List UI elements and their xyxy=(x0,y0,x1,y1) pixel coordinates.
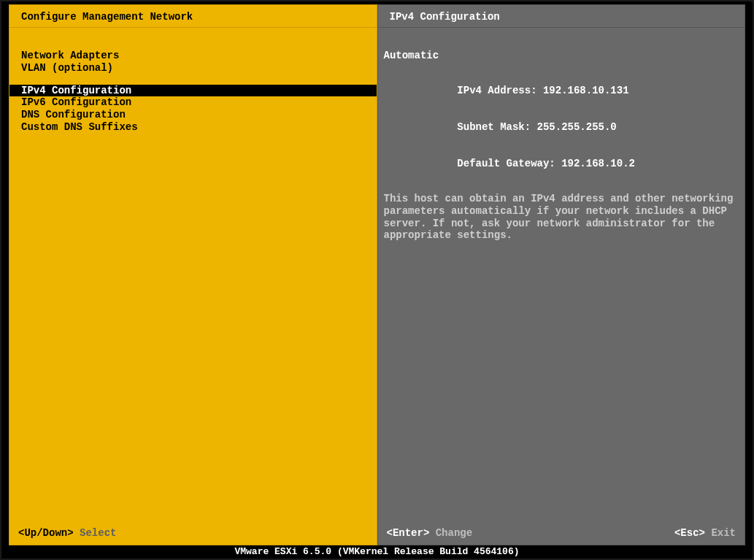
subnet-mask-value: 255.255.255.0 xyxy=(537,121,617,133)
hint-updown: <Up/Down> Select xyxy=(18,527,116,539)
description-text: This host can obtain an IPv4 address and… xyxy=(384,193,735,242)
hint-enter-label: Change xyxy=(429,527,472,539)
menu-group-1: Network Adapters VLAN (optional) xyxy=(9,50,377,74)
default-gateway-row: Default Gateway: 192.168.10.2 xyxy=(384,146,735,183)
ipv4-address-value: 192.168.10.131 xyxy=(543,85,629,96)
menu-group-2: IPv4 Configuration IPv6 Configuration DN… xyxy=(9,85,377,134)
hint-esc-label: Exit xyxy=(705,527,736,539)
status-bar: VMware ESXi 6.5.0 (VMKernel Release Buil… xyxy=(1,545,753,559)
menu-item-vlan[interactable]: VLAN (optional) xyxy=(9,62,377,74)
hint-updown-key: <Up/Down> xyxy=(18,527,74,539)
ipv4-address-label: IPv4 Address: xyxy=(457,85,543,96)
detail-panel: IPv4 Configuration Automatic IPv4 Addres… xyxy=(377,4,746,545)
hint-esc: <Esc> Exit xyxy=(674,527,736,539)
subnet-mask-row: Subnet Mask: 255.255.255.0 xyxy=(384,109,735,145)
hint-esc-key: <Esc> xyxy=(674,527,705,539)
menu-item-ipv6-configuration[interactable]: IPv6 Configuration xyxy=(9,96,377,109)
menu-item-dns-configuration[interactable]: DNS Configuration xyxy=(9,109,377,121)
menu-item-ipv4-configuration[interactable]: IPv4 Configuration xyxy=(9,85,377,97)
menu-item-custom-dns-suffixes[interactable]: Custom DNS Suffixes xyxy=(9,121,377,134)
hint-enter: <Enter> Change xyxy=(387,527,473,539)
config-mode: Automatic xyxy=(384,50,735,62)
subnet-mask-label: Subnet Mask: xyxy=(457,121,536,133)
ipv4-address-row: IPv4 Address: 192.168.10.131 xyxy=(384,72,735,109)
menu-list: Network Adapters VLAN (optional) IPv4 Co… xyxy=(9,28,377,521)
detail-body: Automatic IPv4 Address: 192.168.10.131 S… xyxy=(378,28,745,521)
menu-panel: Configure Management Network Network Ada… xyxy=(9,4,377,545)
menu-panel-title: Configure Management Network xyxy=(9,5,377,28)
menu-footer: <Up/Down> Select xyxy=(9,521,377,545)
default-gateway-label: Default Gateway: xyxy=(457,158,561,169)
main-container: Configure Management Network Network Ada… xyxy=(9,4,745,545)
default-gateway-value: 192.168.10.2 xyxy=(561,158,635,169)
hint-enter-key: <Enter> xyxy=(387,527,430,539)
detail-panel-title: IPv4 Configuration xyxy=(378,5,745,28)
hint-updown-label: Select xyxy=(74,527,117,539)
menu-item-network-adapters[interactable]: Network Adapters xyxy=(9,50,377,62)
detail-footer: <Enter> Change <Esc> Exit xyxy=(378,521,745,545)
